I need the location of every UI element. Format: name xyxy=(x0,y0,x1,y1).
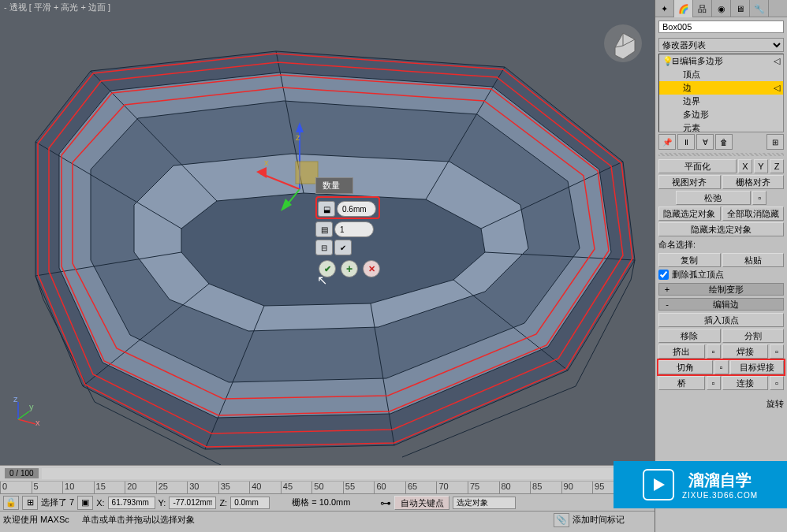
chamfer-caddy: 数量 ⬓ ▤ ⊟ ✔ ✔ + ✕ xyxy=(315,177,380,277)
caddy-cancel-button[interactable]: ✕ xyxy=(363,260,380,277)
paste-button[interactable]: 粘贴 xyxy=(722,253,785,267)
named-sel-label: 命名选择: xyxy=(658,239,784,251)
snap-button[interactable]: ⊞ xyxy=(22,496,38,510)
transform-x-input[interactable] xyxy=(108,497,155,509)
edit-edges-rollout[interactable]: -编辑边 xyxy=(658,298,784,311)
svg-marker-40 xyxy=(654,478,665,491)
pin-stack-button[interactable]: 📌 xyxy=(658,134,676,150)
stack-polygon[interactable]: 多边形 xyxy=(659,108,783,121)
planar-z-button[interactable]: Z xyxy=(770,159,784,173)
lock-icon: 🔒 xyxy=(6,497,17,508)
welcome-text: 欢迎使用 MAXSc xyxy=(3,514,69,526)
planarize-button[interactable]: 平面化 xyxy=(658,159,737,173)
modifier-list-dropdown[interactable]: 修改器列表 xyxy=(658,38,784,52)
hide-selected-button[interactable]: 隐藏选定对象 xyxy=(658,206,721,221)
hierarchy-tab[interactable]: 品 xyxy=(693,0,712,17)
relax-settings-button[interactable]: ▫ xyxy=(752,191,766,205)
show-result-button[interactable]: Ⅱ xyxy=(677,134,695,150)
addtime-icon[interactable]: 📎 xyxy=(554,513,569,527)
stack-edge[interactable]: 边◁ xyxy=(659,81,783,95)
motion-tab[interactable]: ◉ xyxy=(712,0,731,17)
split-button[interactable]: 分割 xyxy=(722,329,785,343)
chamfer-open-icon[interactable]: ⊟ xyxy=(315,240,333,255)
remove-button[interactable]: 移除 xyxy=(658,329,721,343)
time-ruler[interactable]: 0 5 10 15 20 25 30 35 40 45 50 55 60 65 … xyxy=(0,481,655,493)
connect-settings-button[interactable]: ▫ xyxy=(770,376,784,390)
configure-button[interactable]: ⊞ xyxy=(766,134,784,150)
utilities-tab[interactable]: 🔧 xyxy=(750,0,769,17)
chamfer-segments-icon[interactable]: ▤ xyxy=(315,221,333,237)
stack-border[interactable]: 边界 xyxy=(659,95,783,108)
extrude-button[interactable]: 挤出 xyxy=(658,344,705,359)
stack-edit-poly[interactable]: 💡⊟编辑多边形◁ xyxy=(659,54,783,68)
weld-button[interactable]: 焊接 xyxy=(722,344,769,359)
chamfer-option-icon[interactable]: ✔ xyxy=(334,240,352,255)
transform-icon[interactable]: ▣ xyxy=(77,496,93,510)
delete-isolated-check[interactable]: 删除孤立顶点 xyxy=(658,269,784,281)
insert-vertex-button[interactable]: 插入顶点 xyxy=(658,313,784,327)
grid-status: 栅格 = 10.0mm xyxy=(292,497,350,508)
lock-selection-button[interactable]: 🔒 xyxy=(3,496,19,510)
copy-button[interactable]: 复制 xyxy=(658,253,721,267)
remove-mod-button[interactable]: 🗑 xyxy=(715,134,733,150)
transform-y-input[interactable] xyxy=(169,497,216,509)
stack-vertex[interactable]: 顶点 xyxy=(659,68,783,81)
planar-x-button[interactable]: X xyxy=(738,159,752,173)
transform-z-input[interactable] xyxy=(230,497,270,509)
bridge-button[interactable]: 桥 xyxy=(658,376,705,390)
caddy-apply-button[interactable]: + xyxy=(341,260,358,277)
display-tab[interactable]: 🖥 xyxy=(731,0,750,17)
axis-indicator: z x y xyxy=(12,394,43,426)
planar-y-button[interactable]: Y xyxy=(754,159,768,173)
selection-target-input[interactable] xyxy=(453,497,516,509)
target-weld-button[interactable]: 目标焊接 xyxy=(730,360,785,374)
timeline[interactable]: 0 / 100 xyxy=(0,465,655,481)
unhide-all-button[interactable]: 全部取消隐藏 xyxy=(722,206,785,221)
weld-settings-button[interactable]: ▫ xyxy=(770,344,784,359)
svg-text:y: y xyxy=(29,402,34,411)
selection-count: 选择了 7 xyxy=(41,497,74,508)
relax-button[interactable]: 松弛 xyxy=(676,191,751,205)
hide-unselected-button[interactable]: 隐藏未选定对象 xyxy=(658,222,784,236)
connect-button[interactable]: 连接 xyxy=(722,376,769,390)
extrude-settings-button[interactable]: ▫ xyxy=(707,344,721,359)
timeline-position: 0 / 100 xyxy=(5,468,39,478)
svg-line-36 xyxy=(18,411,29,419)
svg-line-35 xyxy=(18,419,35,424)
grid-align-button[interactable]: 栅格对齐 xyxy=(722,175,785,189)
chamfer-amount-input[interactable] xyxy=(337,201,376,217)
svg-text:z: z xyxy=(13,394,18,404)
view-align-button[interactable]: 视图对齐 xyxy=(658,175,721,189)
key-lock-icon[interactable]: ⊶ xyxy=(380,497,391,509)
modify-tab[interactable]: 🌈 xyxy=(674,0,693,17)
modifier-stack[interactable]: 💡⊟编辑多边形◁ 顶点 边◁ 边界 多边形 元素 Box xyxy=(658,54,784,132)
timeline-track[interactable] xyxy=(42,468,651,479)
viewport-3d[interactable]: - 透视 [ 平滑 + 高光 + 边面 ] xyxy=(0,0,655,465)
make-unique-button[interactable]: ∀ xyxy=(696,134,714,150)
command-panel: ✦ 🌈 品 ◉ 🖥 🔧 修改器列表 💡⊟编辑多边形◁ 顶点 边◁ 边界 多边形 … xyxy=(655,0,787,532)
chamfer-amount-icon[interactable]: ⬓ xyxy=(318,201,335,217)
chamfer-segments-input[interactable] xyxy=(334,221,374,237)
watermark: 溜溜自学 ZIXUE.3D66.COM xyxy=(614,461,787,508)
object-name-field[interactable] xyxy=(658,20,784,35)
bridge-settings-button[interactable]: ▫ xyxy=(707,376,721,390)
autokey-button[interactable]: 自动关键点 xyxy=(394,496,449,510)
chamfer-button[interactable]: 切角 xyxy=(658,360,713,374)
stack-element[interactable]: 元素 xyxy=(659,121,783,132)
chamfer-settings-button[interactable]: ▫ xyxy=(714,360,729,374)
paint-deform-rollout[interactable]: +绘制变形 xyxy=(658,283,784,296)
create-tab[interactable]: ✦ xyxy=(655,0,674,17)
play-icon xyxy=(643,469,674,500)
caddy-title: 数量 xyxy=(315,177,353,194)
svg-text:x: x xyxy=(35,418,40,426)
hint-text: 单击或单击并拖动以选择对象 xyxy=(82,514,195,526)
panel-tabs: ✦ 🌈 品 ◉ 🖥 🔧 xyxy=(655,0,787,17)
cursor-icon: ↖ xyxy=(317,273,327,288)
